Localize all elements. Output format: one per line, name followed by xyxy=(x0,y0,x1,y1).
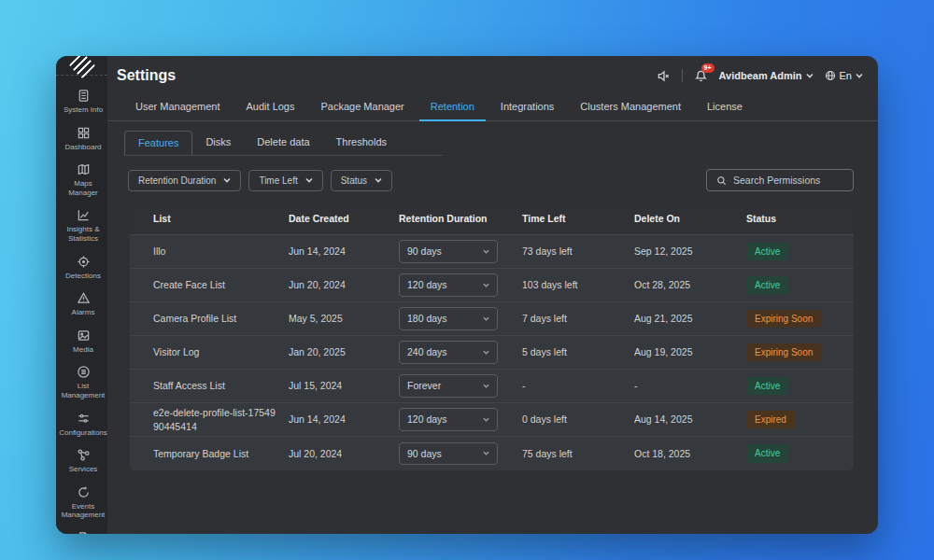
sidebar-item-alarms[interactable]: Alarms xyxy=(56,286,107,323)
delete-on: Aug 19, 2025 xyxy=(634,345,746,358)
sidebar-item-label: Insights & Statistics xyxy=(61,225,106,243)
filter-retention-duration[interactable]: Retention Duration xyxy=(128,170,241,191)
chevron-down-icon xyxy=(223,176,231,184)
subtab-features[interactable]: Features xyxy=(124,131,192,155)
delete-on: Oct 28, 2025 xyxy=(634,278,746,291)
map-icon xyxy=(77,162,91,176)
date-created: Jan 20, 2025 xyxy=(289,345,399,358)
grid-icon xyxy=(77,126,91,140)
tab-user-management[interactable]: User Management xyxy=(124,95,232,121)
delete-on: Sep 12, 2025 xyxy=(634,245,746,258)
search-input[interactable] xyxy=(733,175,843,186)
main-area: Settings 9+ Avidbeam Admin En xyxy=(107,56,878,534)
select-value: 90 days xyxy=(407,245,442,258)
retention-duration-select[interactable]: 120 days xyxy=(399,408,498,430)
tab-integrations[interactable]: Integrations xyxy=(489,95,565,121)
list-name: Camera Profile List xyxy=(153,312,289,325)
filter-bar: Retention Duration Time Left Status xyxy=(128,169,854,191)
retention-duration-select[interactable]: 90 days xyxy=(399,442,498,465)
user-menu[interactable]: Avidbeam Admin xyxy=(719,70,814,81)
tab-audit-logs[interactable]: Audit Logs xyxy=(235,95,306,121)
select-value: 90 days xyxy=(407,447,442,460)
retention-duration-select[interactable]: 240 days xyxy=(399,341,498,363)
list-name: Temporary Badge List xyxy=(153,447,289,460)
app-logo[interactable] xyxy=(56,56,107,76)
page-title: Settings xyxy=(117,67,176,84)
table-body: Illo Jun 14, 2024 90 days 73 days left S… xyxy=(130,235,854,470)
table-row: Visitor Log Jan 20, 2025 240 days 5 days… xyxy=(130,336,854,370)
chevron-down-icon xyxy=(483,349,489,356)
sidebar-item-list-management[interactable]: List Management xyxy=(56,359,107,405)
time-left: 5 days left xyxy=(522,345,634,358)
date-created: Jun 14, 2024 xyxy=(289,413,399,426)
time-left: 7 days left xyxy=(522,312,634,325)
filter-label: Status xyxy=(341,175,367,186)
tab-license[interactable]: License xyxy=(696,95,754,121)
speaker-muted-icon xyxy=(657,69,671,83)
list-name: Create Face List xyxy=(153,278,289,291)
sidebar-item-media[interactable]: Media xyxy=(56,323,107,360)
sidebar-item-maps-manager[interactable]: Maps Manager xyxy=(56,157,107,203)
delete-on: - xyxy=(634,379,746,392)
chevron-down-icon xyxy=(483,383,489,389)
language-menu[interactable]: En xyxy=(825,70,863,81)
sidebar-item-dashboard[interactable]: Dashboard xyxy=(56,120,107,158)
sidebar-item-label: Events Management xyxy=(61,502,106,520)
tab-clusters-management[interactable]: Clusters Management xyxy=(569,95,692,121)
retention-duration-select[interactable]: 90 days xyxy=(399,240,498,262)
column-header: Delete On xyxy=(634,212,746,225)
subtab-disks[interactable]: Disks xyxy=(192,131,244,155)
subtab-delete-data[interactable]: Delete data xyxy=(244,131,322,155)
table-header-row: List Date Created Retention Duration Tim… xyxy=(130,203,854,235)
tab-retention[interactable]: Retention xyxy=(419,95,486,121)
globe-icon xyxy=(825,70,836,81)
delete-on: Aug 21, 2025 xyxy=(634,312,746,325)
nodes-icon xyxy=(77,448,91,462)
sidebar-item-label: Maps Manager xyxy=(61,179,106,197)
sidebar-item-reports[interactable]: Reports xyxy=(56,525,107,534)
sliders-icon xyxy=(77,412,91,426)
search-box[interactable] xyxy=(706,169,854,191)
column-header: Retention Duration xyxy=(399,212,522,225)
sidebar-item-label: Media xyxy=(73,345,93,355)
table-row: e2e-delete-profile-list-1754990445414 Ju… xyxy=(130,403,854,437)
tab-bar: User Management Audit Logs Package Manag… xyxy=(107,95,878,121)
date-created: Jun 14, 2024 xyxy=(289,245,399,258)
sidebar-nav: System Info Dashboard Maps Manager Insig… xyxy=(56,76,107,534)
sidebar-item-events-management[interactable]: Events Management xyxy=(56,480,107,525)
notifications-button[interactable]: 9+ xyxy=(694,69,708,83)
sidebar-item-insights-statistics[interactable]: Insights & Statistics xyxy=(56,203,107,248)
list-name: Illo xyxy=(153,245,289,258)
tab-package-manager[interactable]: Package Manager xyxy=(309,95,415,121)
sidebar-item-detections[interactable]: Detections xyxy=(56,249,107,287)
table-row: Staff Access List Jul 15, 2024 Forever -… xyxy=(130,370,854,403)
retention-duration-select[interactable]: 120 days xyxy=(399,273,498,296)
chevron-down-icon xyxy=(483,416,489,423)
time-left: 0 days left xyxy=(522,413,634,426)
chart-line-icon xyxy=(77,208,91,222)
warning-triangle-icon xyxy=(77,291,91,305)
sidebar-item-label: System Info xyxy=(64,105,103,115)
divider xyxy=(682,69,683,82)
status-badge: Active xyxy=(746,444,788,463)
content: Features Disks Delete data Thresholds Re… xyxy=(107,121,878,534)
column-header: Status xyxy=(746,212,854,225)
chevron-down-icon xyxy=(806,72,814,79)
subtab-thresholds[interactable]: Thresholds xyxy=(323,131,400,155)
sidebar-item-services[interactable]: Services xyxy=(56,442,107,480)
mute-button[interactable] xyxy=(657,69,671,83)
sidebar-item-configurations[interactable]: Configurations xyxy=(56,406,107,443)
date-created: Jun 20, 2024 xyxy=(289,278,399,291)
time-left: - xyxy=(522,379,634,392)
document-icon xyxy=(77,531,91,534)
select-value: 120 days xyxy=(407,278,447,291)
chevron-down-icon xyxy=(856,72,863,79)
table-row: Create Face List Jun 20, 2024 120 days 1… xyxy=(130,269,854,302)
filter-status[interactable]: Status xyxy=(331,170,392,191)
table-row: Temporary Badge List Jul 20, 2024 90 day… xyxy=(130,437,854,470)
filter-time-left[interactable]: Time Left xyxy=(248,170,322,191)
status-badge: Expiring Soon xyxy=(746,310,821,329)
retention-duration-select[interactable]: 180 days xyxy=(399,307,498,329)
sidebar-item-system-info[interactable]: System Info xyxy=(56,83,107,120)
retention-duration-select[interactable]: Forever xyxy=(399,374,498,397)
